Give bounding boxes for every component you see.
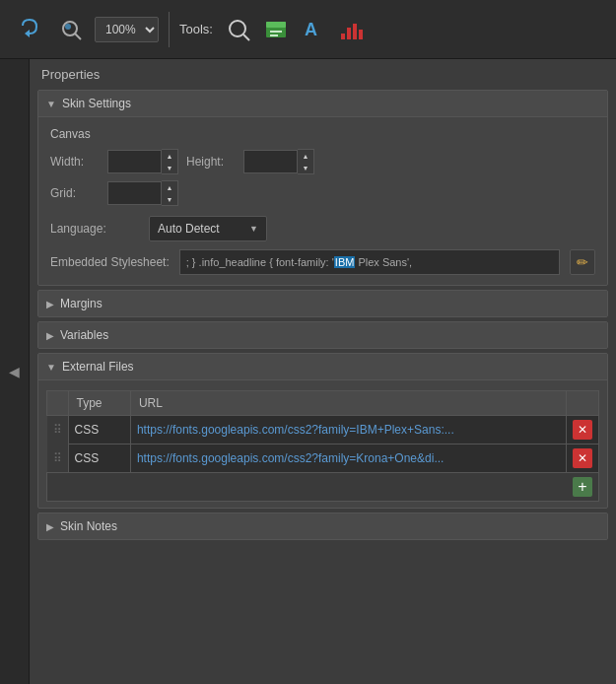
canvas-fields: Width: 1000 ▲ ▼ Height: 600 xyxy=(50,149,595,206)
stylesheet-label: Embedded Stylesheet: xyxy=(50,255,170,269)
canvas-label: Canvas xyxy=(50,127,595,141)
row-handle-2: ⠿ xyxy=(47,445,69,473)
separator xyxy=(169,12,170,47)
skin-settings-header[interactable]: ▼ Skin Settings xyxy=(38,91,607,117)
grid-input[interactable]: 1 xyxy=(107,181,162,205)
skin-settings-section: ▼ Skin Settings Canvas Width: 1000 ▲ ▼ xyxy=(37,90,608,286)
svg-point-2 xyxy=(65,24,71,30)
svg-point-3 xyxy=(230,21,245,36)
insert-tool-button[interactable] xyxy=(260,14,292,45)
width-height-row: Width: 1000 ▲ ▼ Height: 600 xyxy=(50,149,595,174)
chart-tool-button[interactable] xyxy=(335,14,367,45)
grid-label: Grid: xyxy=(50,186,100,200)
skin-settings-content: Canvas Width: 1000 ▲ ▼ Height: xyxy=(38,117,607,285)
width-spinner[interactable]: 1000 ▲ ▼ xyxy=(107,149,178,174)
add-external-file-button[interactable]: + xyxy=(573,477,592,497)
delete-row-2-button[interactable]: ✕ xyxy=(573,448,592,468)
col-type-header: Type xyxy=(68,391,130,416)
dropdown-arrow-icon: ▼ xyxy=(249,224,258,234)
variables-arrow: ▶ xyxy=(46,330,54,341)
language-row: Language: Auto Detect ▼ xyxy=(50,216,595,241)
type-cell-2: CSS xyxy=(68,445,130,473)
properties-title: Properties xyxy=(37,67,608,82)
width-up-button[interactable]: ▲ xyxy=(162,150,177,162)
language-value: Auto Detect xyxy=(158,222,220,236)
svg-line-1 xyxy=(75,34,81,39)
external-files-header[interactable]: ▼ External Files xyxy=(38,354,607,380)
variables-title: Variables xyxy=(60,328,108,342)
stylesheet-text: ; } .info_headline { font-family: 'IBM P… xyxy=(186,256,412,268)
skin-settings-title: Skin Settings xyxy=(62,97,131,110)
edit-stylesheet-button[interactable]: ✏ xyxy=(570,249,595,275)
external-files-section: ▼ External Files Type URL xyxy=(37,353,608,509)
external-files-table: Type URL ⠿ CSS https://fonts.googleapis.… xyxy=(46,390,599,502)
language-dropdown[interactable]: Auto Detect ▼ xyxy=(149,216,267,241)
sidebar-collapse-arrow[interactable]: ◀ xyxy=(9,364,20,379)
svg-rect-12 xyxy=(353,24,357,39)
main-area: ◀ Properties ▼ Skin Settings Canvas Widt… xyxy=(0,59,616,684)
properties-panel: Properties ▼ Skin Settings Canvas Width:… xyxy=(30,59,616,684)
height-label: Height: xyxy=(186,155,236,169)
svg-line-4 xyxy=(243,34,249,40)
stylesheet-input[interactable]: ; } .info_headline { font-family: 'IBM P… xyxy=(179,249,560,275)
grid-row: Grid: 1 ▲ ▼ xyxy=(50,180,595,206)
search-tool-button[interactable] xyxy=(223,14,254,45)
url-cell-1[interactable]: https://fonts.googleapis.com/css2?family… xyxy=(130,416,566,445)
find-button[interactable] xyxy=(53,12,89,47)
skin-settings-arrow: ▼ xyxy=(46,99,56,109)
svg-text:A: A xyxy=(305,20,317,39)
type-cell-1: CSS xyxy=(68,416,130,445)
width-down-button[interactable]: ▼ xyxy=(162,162,177,173)
col-url-header: URL xyxy=(130,391,566,416)
toolbar: 100% Tools: A xyxy=(0,0,616,59)
stylesheet-row: Embedded Stylesheet: ; } .info_headline … xyxy=(50,249,595,275)
grid-down-button[interactable]: ▼ xyxy=(162,193,177,205)
grid-spinner-btns: ▲ ▼ xyxy=(162,180,178,206)
zoom-select[interactable]: 100% xyxy=(95,17,159,42)
col-delete xyxy=(567,391,599,416)
stylesheet-highlight: IBM xyxy=(334,256,356,268)
height-up-button[interactable]: ▲ xyxy=(298,150,313,162)
margins-title: Margins xyxy=(60,297,103,310)
height-down-button[interactable]: ▼ xyxy=(298,162,313,173)
variables-section: ▶ Variables xyxy=(37,321,608,349)
add-row-cell: + xyxy=(47,473,599,502)
left-sidebar: ◀ xyxy=(0,59,30,684)
undo-button[interactable] xyxy=(12,12,47,47)
delete-row-1-button[interactable]: ✕ xyxy=(573,420,592,440)
svg-rect-8 xyxy=(270,34,278,36)
pencil-icon: ✏ xyxy=(577,254,588,270)
svg-rect-7 xyxy=(270,31,282,33)
svg-rect-13 xyxy=(359,30,363,39)
delete-cell-1: ✕ xyxy=(567,416,599,445)
language-label: Language: xyxy=(50,222,139,236)
external-files-title: External Files xyxy=(62,360,134,374)
skin-notes-arrow: ▶ xyxy=(46,521,54,532)
row-handle-1: ⠿ xyxy=(47,416,69,445)
height-spinner-btns: ▲ ▼ xyxy=(298,149,314,174)
svg-rect-11 xyxy=(347,28,351,39)
height-spinner[interactable]: 600 ▲ ▼ xyxy=(243,149,314,174)
margins-header[interactable]: ▶ Margins xyxy=(38,291,607,316)
height-input[interactable]: 600 xyxy=(243,150,298,173)
width-label: Width: xyxy=(50,155,100,169)
grid-spinner[interactable]: 1 ▲ ▼ xyxy=(107,180,178,206)
skin-notes-title: Skin Notes xyxy=(60,519,117,533)
svg-rect-6 xyxy=(266,22,286,28)
col-handle xyxy=(47,391,69,416)
tools-label: Tools: xyxy=(179,22,213,36)
variables-header[interactable]: ▶ Variables xyxy=(38,322,607,348)
width-spinner-btns: ▲ ▼ xyxy=(162,149,178,174)
width-input[interactable]: 1000 xyxy=(107,150,162,173)
translate-tool-button[interactable]: A xyxy=(298,14,329,45)
grid-up-button[interactable]: ▲ xyxy=(162,181,177,193)
add-row: + xyxy=(47,473,599,502)
skin-notes-header[interactable]: ▶ Skin Notes xyxy=(38,513,607,539)
table-row: ⠿ CSS https://fonts.googleapis.com/css2?… xyxy=(47,416,599,445)
delete-cell-2: ✕ xyxy=(567,445,599,473)
external-files-content: Type URL ⠿ CSS https://fonts.googleapis.… xyxy=(38,380,607,508)
margins-arrow: ▶ xyxy=(46,299,54,309)
external-files-arrow: ▼ xyxy=(46,362,56,373)
url-cell-2[interactable]: https://fonts.googleapis.com/css2?family… xyxy=(130,445,566,473)
svg-rect-10 xyxy=(341,34,345,39)
